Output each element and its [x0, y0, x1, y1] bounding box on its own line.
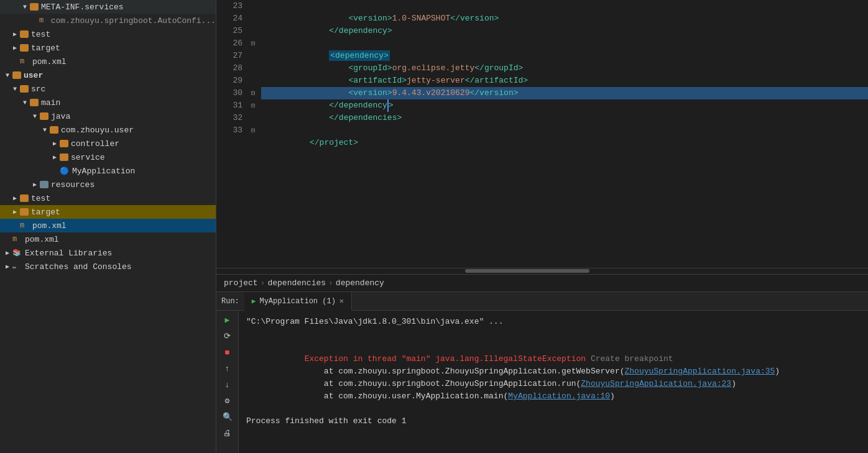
run-stop-btn[interactable]: ■ [221, 345, 234, 359]
breadcrumb-dependencies[interactable]: dependencies [267, 278, 326, 288]
run-print-btn[interactable]: 🖨 [221, 426, 234, 440]
tree-label: test [31, 194, 50, 203]
tree-arrow [20, 99, 30, 106]
run-tab-myapp[interactable]: ▶ MyApplication (1) ✕ [244, 292, 352, 311]
breadcrumb-dependency[interactable]: dependency [336, 278, 384, 288]
stack1-suffix: ) [775, 367, 780, 376]
editor-scrollbar[interactable] [216, 268, 868, 274]
fold-33[interactable] [247, 124, 259, 137]
tree-label: src [31, 85, 45, 94]
ln-25: 25 [216, 25, 242, 37]
tree-item-meta-inf[interactable]: META-INF.services [0, 0, 216, 14]
run-play-btn[interactable]: ▶ [221, 313, 234, 327]
code-editor: 23 24 25 26 27 28 29 30 31 32 33 [216, 0, 868, 268]
tree-item-test1[interactable]: test [0, 27, 216, 41]
tree-item-autoconfig[interactable]: m com.zhouyu.springboot.AutoConfi... [0, 14, 216, 27]
tree-label: test [31, 30, 50, 39]
scrollbar-thumb[interactable] [465, 269, 589, 273]
tree-label: target [31, 43, 60, 53]
stack3-suffix: ) [610, 391, 615, 401]
fold-32 [247, 112, 259, 124]
fold-24 [247, 12, 259, 25]
file-icon-m: m [39, 16, 48, 25]
run-tab-close-btn[interactable]: ✕ [339, 296, 344, 306]
tree-arrow [10, 86, 20, 93]
pom-file-icon2: m [20, 221, 30, 230]
tree-arrow [30, 113, 40, 120]
tree-label-scratches: Scratches and Consoles [25, 262, 132, 272]
tree-label: com.zhouyu.user [61, 126, 134, 135]
console-line-cmd: "C:\Program Files\Java\jdk1.8.0_301\bin\… [246, 316, 861, 328]
ln-28: 28 [216, 62, 242, 75]
tree-item-scratches[interactable]: ✏️ Scratches and Consoles [0, 260, 216, 273]
run-down-btn[interactable]: ↓ [221, 378, 234, 391]
tree-item-pom2[interactable]: m pom.xml [0, 219, 216, 232]
console-line-exception: Exception in thread "main" java.lang.Ill… [246, 341, 861, 353]
tree-label-pom2: pom.xml [32, 221, 67, 231]
stack2-link[interactable]: ZhouyuSpringApplication.java:23 [581, 379, 731, 388]
tree-item-service[interactable]: service [0, 150, 216, 164]
pom-file-icon-root: m [12, 235, 22, 244]
tree-arrow [2, 72, 12, 79]
run-up-btn[interactable]: ↑ [221, 362, 234, 375]
tree-arrow [10, 194, 20, 202]
tree-label: pom.xml [32, 57, 67, 66]
tree-item-com-zhouyu-user[interactable]: com.zhouyu.user [0, 123, 216, 137]
tree-item-target2[interactable]: target [0, 205, 216, 219]
folder-icon-gray [40, 181, 48, 188]
tree-item-pom1[interactable]: m pom.xml [0, 55, 216, 68]
console-line-blank1 [246, 328, 861, 341]
tree-arrow [50, 153, 60, 161]
tree-label: resources [51, 180, 95, 190]
tree-item-controller[interactable]: controller [0, 137, 216, 150]
run-toolbar: ▶ ⟳ ■ ↑ ↓ ⚙ 🔍 🖨 [216, 311, 239, 453]
fold-26[interactable] [247, 37, 259, 50]
stack2-suffix: ) [731, 379, 736, 388]
ln-30: 30 [216, 87, 242, 99]
code-line-23: <version>1.0-SNAPSHOT</version> [261, 0, 868, 12]
tree-item-pom-root[interactable]: m pom.xml [0, 232, 216, 246]
ln-31: 31 [216, 99, 242, 112]
tree-item-java[interactable]: java [0, 109, 216, 123]
breadcrumb-project[interactable]: project [224, 278, 258, 288]
tree-item-main[interactable]: main [0, 96, 216, 109]
breadcrumb: project › dependencies › dependency [216, 274, 868, 291]
ext-libs-icon: 📚 [12, 249, 22, 257]
stack3-link[interactable]: MyApplication.java:10 [508, 391, 610, 401]
tree-item-ext-libs[interactable]: 📚 External Libraries [0, 246, 216, 260]
fold-31[interactable] [247, 99, 259, 112]
tree-arrow [10, 44, 20, 52]
tree-item-src[interactable]: src [0, 82, 216, 96]
fold-30[interactable] [247, 87, 259, 99]
folder-icon [30, 99, 39, 106]
stack1-prefix: at com.zhouyu.springboot.ZhouyuSpringApp… [305, 367, 625, 376]
fold-27 [247, 50, 259, 62]
stack1-link[interactable]: ZhouyuSpringApplication.java:35 [625, 367, 775, 376]
breadcrumb-sep-2: › [328, 278, 333, 288]
code-content: <version>1.0-SNAPSHOT</version> </depend… [259, 0, 868, 268]
ln-27: 27 [216, 50, 242, 62]
breadcrumb-sep-1: › [261, 278, 265, 288]
run-settings-btn[interactable]: ⚙ [221, 394, 234, 408]
ln-33: 33 [216, 124, 242, 137]
tree-item-resources[interactable]: resources [0, 178, 216, 191]
create-breakpoint[interactable]: Create breakpoint [586, 354, 673, 364]
tree-item-myapplication[interactable]: 🔵 MyApplication [0, 164, 216, 178]
line-numbers: 23 24 25 26 27 28 29 30 31 32 33 [216, 0, 247, 268]
tree-item-test2[interactable]: test [0, 191, 216, 205]
run-filter-btn[interactable]: 🔍 [221, 410, 234, 424]
tree-label-ext: External Libraries [25, 249, 112, 258]
editor-area: 23 24 25 26 27 28 29 30 31 32 33 [216, 0, 868, 453]
main-area: META-INF.services m com.zhouyu.springboo… [0, 0, 868, 453]
tree-label: java [51, 112, 70, 121]
code-line-26: <dependency> [261, 37, 868, 50]
fold-28 [247, 62, 259, 75]
tree-label-user: user [24, 71, 43, 80]
run-rerun-btn[interactable]: ⟳ [221, 329, 234, 343]
folder-icon [20, 194, 29, 202]
fold-23 [247, 0, 259, 12]
tree-item-target1[interactable]: target [0, 41, 216, 55]
ln-26: 26 [216, 37, 242, 50]
pom-file-icon: m [20, 57, 30, 66]
tree-item-user[interactable]: user [0, 68, 216, 82]
